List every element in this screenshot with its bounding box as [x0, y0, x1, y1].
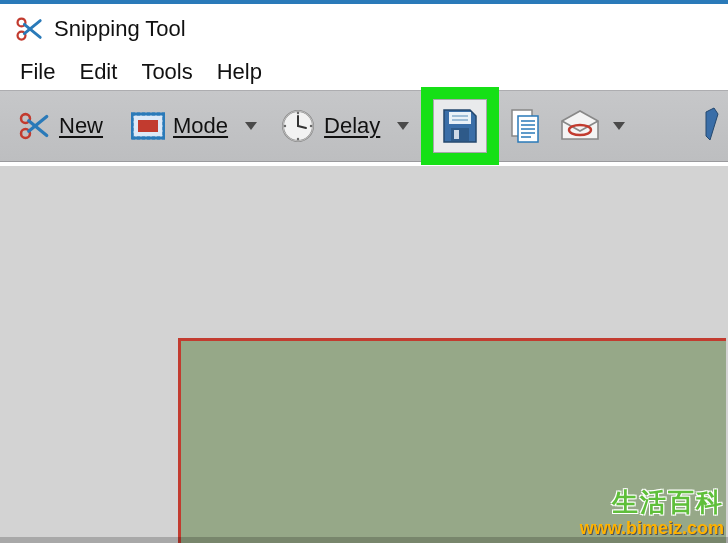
svg-rect-22 [451, 128, 469, 141]
titlebar: Snipping Tool [0, 4, 728, 54]
watermark: 生活百科 www.bimeiz.com [580, 485, 724, 539]
clock-icon [280, 108, 316, 144]
chevron-down-icon[interactable] [245, 122, 257, 130]
menu-tools[interactable]: Tools [129, 55, 204, 89]
svg-point-18 [284, 125, 286, 127]
svg-rect-19 [449, 112, 471, 124]
mode-button[interactable]: Mode [120, 96, 239, 156]
app-title: Snipping Tool [54, 16, 186, 42]
toolbar: New Mode [0, 90, 728, 162]
chevron-down-icon[interactable] [613, 122, 625, 130]
delay-button[interactable]: Delay [269, 96, 391, 156]
snipping-tool-window: Snipping Tool File Edit Tools Help New [0, 0, 728, 543]
svg-point-16 [310, 125, 312, 127]
svg-point-15 [297, 112, 299, 114]
watermark-url: www.bimeiz.com [580, 518, 724, 539]
copy-icon [506, 106, 546, 146]
menu-edit[interactable]: Edit [67, 55, 129, 89]
new-button[interactable]: New [6, 96, 114, 156]
save-button[interactable] [433, 99, 487, 153]
delay-label: Delay [324, 113, 380, 139]
overflow-button[interactable] [702, 99, 722, 153]
menubar: File Edit Tools Help [0, 54, 728, 90]
mode-icon [131, 111, 165, 141]
svg-rect-23 [454, 130, 459, 139]
menu-help[interactable]: Help [205, 55, 274, 89]
mode-label: Mode [173, 113, 228, 139]
pen-icon [704, 106, 720, 146]
bottom-shadow [0, 537, 728, 543]
mail-icon [559, 109, 601, 143]
save-icon [440, 106, 480, 146]
svg-point-17 [297, 138, 299, 140]
svg-rect-10 [138, 120, 158, 132]
chevron-down-icon[interactable] [397, 122, 409, 130]
scissors-icon [14, 14, 44, 44]
menu-file[interactable]: File [8, 55, 67, 89]
send-button[interactable] [553, 99, 607, 153]
watermark-text: 生活百科 [580, 485, 724, 520]
save-button-highlight [421, 87, 499, 165]
scissors-icon [17, 109, 51, 143]
copy-button[interactable] [499, 99, 553, 153]
new-label: New [59, 113, 103, 139]
